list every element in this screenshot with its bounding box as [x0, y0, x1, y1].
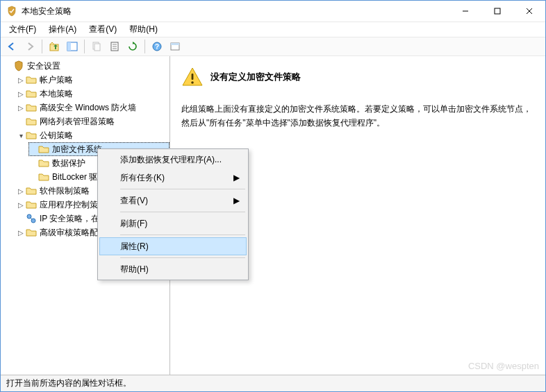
ctx-label: 所有任务(K): [120, 172, 165, 184]
ctx-refresh[interactable]: 刷新(F): [99, 214, 247, 232]
ctx-separator: [120, 235, 245, 235]
maximize-button[interactable]: [481, 1, 513, 22]
tree-label: 本地策略: [40, 88, 73, 100]
tree-label: 加密文件系统: [52, 144, 102, 155]
submenu-arrow-icon: ▶: [233, 173, 240, 182]
show-hide-tree-button[interactable]: [64, 38, 81, 55]
svg-rect-6: [67, 42, 71, 51]
ctx-label: 刷新(F): [120, 218, 147, 230]
ctx-separator: [120, 189, 245, 189]
ctx-label: 添加数据恢复代理程序(A)...: [120, 154, 222, 166]
export-button[interactable]: [167, 38, 183, 55]
ctx-label: 属性(R): [120, 241, 149, 253]
up-button[interactable]: [46, 38, 63, 55]
tree-item-pubkey[interactable]: ▾公钥策略: [16, 128, 169, 142]
close-button[interactable]: [513, 1, 545, 22]
minimize-button[interactable]: [449, 1, 481, 22]
statusbar: 打开当前所选内容的属性对话框。: [1, 375, 545, 391]
detail-heading: 没有定义加密文件策略: [210, 71, 301, 83]
folder-icon: [38, 171, 49, 182]
titlebar: 本地安全策略: [1, 1, 545, 22]
tree-label: 高级审核策略配: [40, 227, 98, 239]
tree-item-account[interactable]: ▷帐户策略: [16, 73, 169, 87]
folder-icon: [26, 185, 37, 196]
folder-icon: [26, 199, 37, 210]
ctx-label: 帮助(H): [120, 264, 149, 275]
tree-label: 安全设置: [27, 60, 60, 72]
tree-label: 软件限制策略: [40, 185, 90, 197]
folder-icon: [26, 102, 37, 113]
folder-icon: [26, 227, 37, 238]
ctx-all-tasks[interactable]: 所有任务(K)▶: [99, 169, 247, 187]
svg-rect-16: [171, 43, 179, 45]
shield-icon: [13, 60, 24, 71]
tree-label: 帐户策略: [40, 74, 73, 86]
menu-view[interactable]: 查看(V): [83, 22, 122, 37]
svg-rect-20: [192, 74, 194, 80]
ipsec-icon: [26, 213, 37, 224]
tree-label: 网络列表管理器策略: [40, 116, 115, 128]
statusbar-text: 打开当前所选内容的属性对话框。: [6, 377, 131, 389]
expand-icon[interactable]: ▷: [16, 186, 26, 196]
tree-label: IP 安全策略，在: [40, 213, 99, 225]
tree-label: 应用程序控制策: [40, 199, 98, 211]
expand-icon[interactable]: ▷: [16, 75, 26, 85]
folder-icon: [26, 116, 37, 127]
ctx-help[interactable]: 帮助(H): [99, 260, 247, 278]
properties-button[interactable]: [106, 38, 123, 55]
tree-label: 数据保护: [52, 157, 85, 169]
svg-rect-4: [50, 44, 58, 51]
collapse-icon[interactable]: ▾: [16, 130, 26, 140]
tree-label: BitLocker 驱: [52, 171, 97, 183]
svg-point-21: [191, 81, 194, 84]
toolbar: ?: [1, 37, 545, 56]
copy-button: [88, 38, 105, 55]
tree-item-firewall[interactable]: ▷高级安全 Windows 防火墙: [16, 101, 169, 114]
expand-icon[interactable]: ▷: [16, 89, 26, 99]
svg-rect-1: [495, 8, 500, 14]
ctx-separator: [120, 257, 245, 258]
detail-body: 此组策略上面没有直接定义的加密文件系统策略。若要定义策略，可以单击加密文件系统节…: [181, 102, 534, 130]
forward-button: [22, 38, 38, 55]
svg-line-19: [31, 218, 32, 219]
ctx-add-agent[interactable]: 添加数据恢复代理程序(A)...: [99, 151, 247, 169]
folder-icon: [26, 74, 37, 85]
folder-icon: [38, 144, 49, 155]
tree-label: 高级安全 Windows 防火墙: [40, 102, 136, 114]
tree-root[interactable]: ▶ 安全设置: [3, 59, 169, 73]
expand-icon[interactable]: ▷: [16, 228, 26, 237]
expand-icon[interactable]: ▷: [16, 200, 26, 210]
svg-text:?: ?: [155, 43, 159, 51]
back-button[interactable]: [3, 38, 20, 55]
submenu-arrow-icon: ▶: [233, 196, 240, 205]
tree-item-local[interactable]: ▷本地策略: [16, 87, 169, 101]
refresh-button[interactable]: [124, 38, 141, 55]
app-icon: [6, 6, 17, 17]
expand-icon[interactable]: ▷: [16, 103, 26, 112]
ctx-separator: [120, 212, 245, 212]
menu-help[interactable]: 帮助(H): [124, 22, 163, 37]
folder-icon: [26, 130, 37, 141]
context-menu: 添加数据恢复代理程序(A)... 所有任务(K)▶ 查看(V)▶ 刷新(F) 属…: [97, 148, 249, 280]
tree-label: 公钥策略: [40, 130, 73, 142]
menubar: 文件(F) 操作(A) 查看(V) 帮助(H): [1, 22, 545, 37]
folder-icon: [26, 88, 37, 99]
tree-item-netlist[interactable]: ▷网络列表管理器策略: [16, 114, 169, 128]
svg-rect-8: [94, 44, 100, 51]
folder-icon: [38, 157, 49, 169]
window-title: 本地安全策略: [22, 6, 449, 17]
ctx-view[interactable]: 查看(V)▶: [99, 191, 247, 210]
ctx-properties[interactable]: 属性(R): [99, 237, 247, 255]
warning-icon: [181, 66, 204, 88]
ctx-label: 查看(V): [120, 195, 148, 207]
help-button[interactable]: ?: [149, 38, 165, 55]
menu-file[interactable]: 文件(F): [3, 22, 42, 37]
menu-action[interactable]: 操作(A): [43, 22, 82, 37]
